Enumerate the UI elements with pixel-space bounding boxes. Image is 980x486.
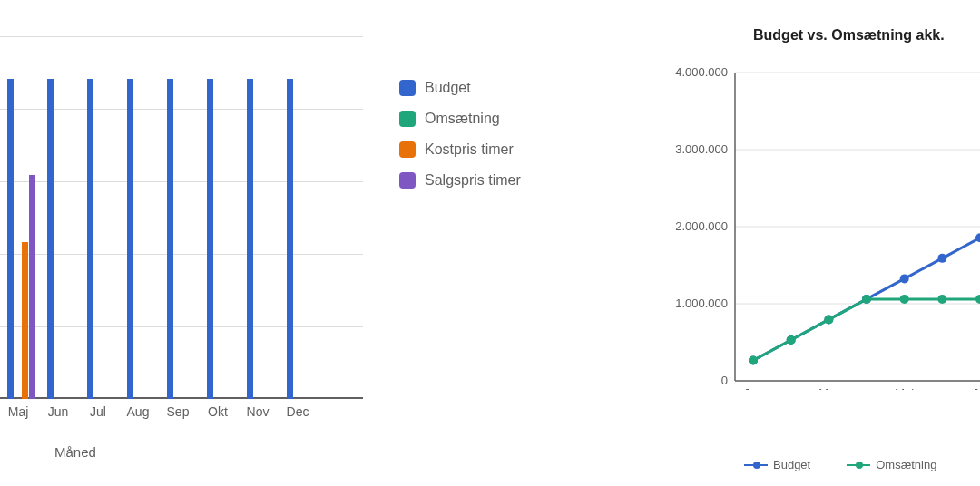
data-point	[900, 295, 909, 304]
bar-x-ticks: MajJunJulAugSepOktNovDec	[0, 399, 363, 426]
legend-item-salgspris: Salgspris timer	[399, 165, 563, 196]
bar-budget	[87, 79, 93, 399]
x-tick-label: Maj	[895, 386, 914, 390]
bar-budget	[247, 79, 253, 399]
x-tick-label: Jul	[973, 386, 980, 390]
x-tick-label: Jun	[40, 404, 76, 419]
bar-legend: Budget Omsætning Kostpris timer Salgspri…	[399, 73, 563, 196]
x-tick-label: Okt	[200, 404, 236, 419]
bar-budget	[47, 79, 54, 399]
series-line	[753, 299, 980, 361]
x-tick-label: Mar	[818, 386, 839, 390]
line-marker-icon	[847, 464, 870, 466]
square-icon	[399, 172, 416, 189]
x-tick-label: Aug	[120, 404, 156, 419]
legend-label: Omsætning	[876, 458, 936, 471]
data-point	[787, 335, 796, 345]
monthly-bar-chart: MajJunJulAugSepOktNovDec Måned	[0, 0, 363, 486]
legend-item-omsaetning: Omsætning	[847, 458, 936, 471]
data-point	[975, 295, 980, 304]
y-tick-label: 1.000.000	[675, 296, 728, 310]
legend-label: Salgspris timer	[425, 172, 521, 189]
x-tick-label: Dec	[279, 404, 316, 419]
x-tick-label: Jul	[80, 404, 116, 419]
bar-x-axis-label: Måned	[54, 444, 96, 460]
y-tick-label: 2.000.000	[675, 219, 728, 233]
x-tick-label: Sep	[160, 404, 196, 419]
data-point	[824, 315, 833, 324]
square-icon	[399, 111, 416, 127]
legend-label: Omsætning	[425, 111, 500, 127]
line-marker-icon	[744, 464, 768, 466]
bar-budget	[7, 79, 14, 399]
bar-budget	[207, 79, 213, 399]
chart-title: Budget vs. Omsætning akk.	[753, 27, 945, 44]
bar-salg	[29, 175, 35, 399]
data-point	[900, 274, 909, 283]
cumulative-line-chart: Budget vs. Omsætning akk. 01.000.0002.00…	[635, 0, 980, 486]
bar-budget	[167, 79, 173, 399]
y-tick-label: 4.000.000	[675, 65, 728, 79]
data-point	[749, 355, 758, 364]
bar-budget	[127, 79, 133, 399]
legend-label: Budget	[773, 458, 810, 471]
y-tick-label: 0	[721, 374, 728, 387]
square-icon	[399, 141, 416, 158]
x-tick-label: Jan	[744, 386, 763, 390]
data-point	[862, 295, 871, 304]
legend-item-budget: Budget	[744, 458, 810, 471]
data-point	[937, 254, 946, 263]
legend-label: Budget	[425, 80, 471, 96]
legend-label: Kostpris timer	[425, 141, 514, 158]
x-tick-label: Nov	[240, 404, 276, 419]
bar-kost	[22, 242, 28, 399]
x-tick-label: Maj	[0, 404, 36, 419]
legend-item-budget: Budget	[399, 73, 563, 103]
legend-item-omsaetning: Omsætning	[399, 103, 563, 134]
bar-plot-area	[0, 36, 363, 399]
data-point	[937, 295, 946, 304]
legend-item-kostpris: Kostpris timer	[399, 134, 563, 165]
bar-budget	[287, 79, 293, 399]
line-legend: Budget Omsætning	[744, 458, 936, 471]
y-tick-label: 3.000.000	[675, 142, 728, 156]
line-plot-area: 01.000.0002.000.0003.000.0004.000.000 Ja…	[635, 54, 980, 390]
square-icon	[399, 80, 416, 96]
